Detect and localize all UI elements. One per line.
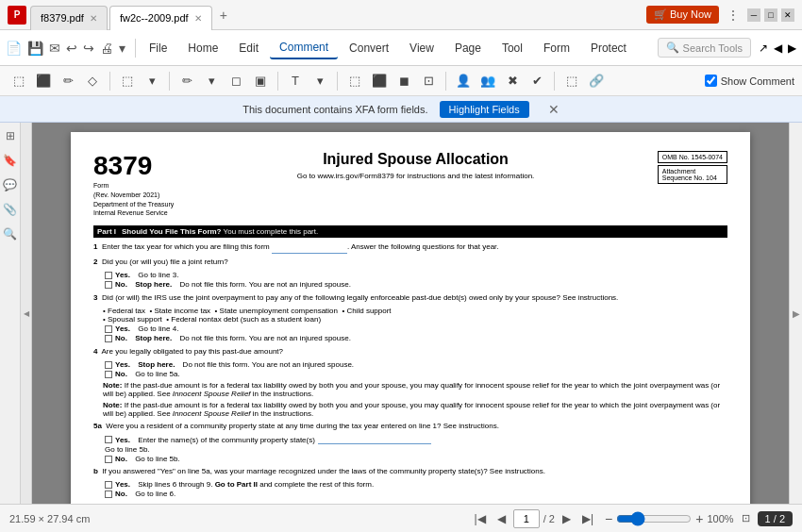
q6b-no-cb[interactable]: [105, 490, 112, 498]
window-controls: ─ □ ✕: [747, 8, 794, 22]
q3-yes-cb[interactable]: [105, 325, 112, 333]
q2-no-label: No.: [115, 280, 127, 289]
toolbar-btn-18[interactable]: 👥: [476, 70, 499, 92]
toolbar-sep-3: [277, 72, 278, 91]
toolbar-btn-22[interactable]: 🔗: [585, 70, 608, 92]
menu-overflow-icon[interactable]: ⋮: [727, 8, 740, 23]
tab-f8379[interactable]: f8379.pdf ✕: [30, 6, 108, 30]
question-5a: 5a Were you a resident of a community pr…: [93, 421, 727, 432]
menu-edit[interactable]: Edit: [229, 38, 268, 58]
zoom-out-button[interactable]: −: [605, 511, 612, 526]
toolbar-btn-9[interactable]: ◻: [225, 70, 247, 92]
search-tools-button[interactable]: 🔍 Search Tools: [658, 38, 751, 58]
menu-comment[interactable]: Comment: [270, 37, 338, 59]
toolbar-btn-12[interactable]: ▾: [309, 70, 331, 92]
nav-back-icon[interactable]: ◀: [774, 42, 782, 55]
xfa-close-button[interactable]: ✕: [548, 102, 560, 117]
q5a-no-cb[interactable]: [105, 456, 112, 463]
menu-protect[interactable]: Protect: [581, 38, 636, 58]
pdf-area[interactable]: 8379 Form (Rev. November 2021) Departmen…: [32, 123, 789, 504]
zoom-slider[interactable]: [616, 511, 692, 526]
lp-pages-icon[interactable]: ⊞: [3, 126, 18, 145]
toolbar-btn-11[interactable]: T: [284, 70, 307, 92]
menu-tool[interactable]: Tool: [493, 38, 532, 58]
menu-form[interactable]: Form: [534, 38, 579, 58]
nav-first-button[interactable]: |◀: [471, 510, 490, 527]
toolbar-btn-19[interactable]: ✖: [501, 70, 524, 92]
toolbar-select-btn[interactable]: ⬚: [8, 70, 30, 92]
lp-comment-icon[interactable]: 💬: [0, 175, 20, 194]
lp-search-icon[interactable]: 🔍: [0, 224, 20, 243]
q3-yes-label: Yes.: [115, 324, 130, 333]
q2-no-cb[interactable]: [105, 281, 112, 289]
right-expand-arrow[interactable]: ▶: [789, 123, 802, 504]
toolbar-btn-16[interactable]: ⊡: [417, 70, 440, 92]
lp-bookmark-icon[interactable]: 🔖: [0, 151, 20, 170]
menu-bar: 📄 💾 ✉ ↩ ↪ 🖨 ▾ File Home Edit Comment Con…: [0, 30, 802, 66]
toolbar-btn-14[interactable]: ⬛: [368, 70, 391, 92]
nav-forward-icon[interactable]: ▶: [788, 42, 796, 55]
toolbar-btn-20[interactable]: ✔: [526, 70, 548, 92]
menu-home[interactable]: Home: [178, 38, 227, 58]
toolbar-btn-10[interactable]: ▣: [249, 70, 272, 92]
q6b-yes-cb[interactable]: [105, 481, 112, 489]
toolbar-btn-21[interactable]: ⬚: [560, 70, 583, 92]
menu-convert[interactable]: Convert: [340, 38, 398, 58]
show-comment-label: Show Comment: [721, 75, 794, 87]
note-1: Note: If the past-due amount is for a fe…: [103, 381, 727, 398]
menu-file[interactable]: File: [140, 38, 176, 58]
toolbar-btn-15[interactable]: ◼: [393, 70, 415, 92]
page-input[interactable]: [513, 509, 540, 528]
q3-num: 3: [93, 293, 97, 302]
tab-f8379-close[interactable]: ✕: [90, 13, 97, 24]
form-header: 8379 Form (Rev. November 2021) Departmen…: [93, 151, 727, 218]
menu-page[interactable]: Page: [445, 38, 491, 58]
search-tools-label: Search Tools: [683, 42, 743, 54]
left-collapse-arrow[interactable]: ◀: [21, 123, 32, 504]
tab-fw2c-close[interactable]: ✕: [194, 13, 202, 24]
menu-undo-icon[interactable]: ↩: [66, 41, 77, 56]
maximize-button[interactable]: □: [764, 8, 777, 22]
toolbar-btn-3[interactable]: ✏: [57, 70, 79, 92]
menu-email-icon[interactable]: ✉: [49, 41, 60, 56]
q4-yes-cb[interactable]: [105, 361, 112, 369]
toolbar-btn-2[interactable]: ⬛: [32, 70, 55, 92]
toolbar-btn-8[interactable]: ▾: [200, 70, 223, 92]
q2-yes-cb[interactable]: [105, 272, 112, 279]
minimize-button[interactable]: ─: [747, 8, 760, 22]
new-tab-button[interactable]: +: [214, 4, 233, 26]
q5a-yes-cb[interactable]: [105, 436, 112, 443]
fit-icon[interactable]: ⊡: [742, 512, 750, 524]
nav-last-button[interactable]: ▶|: [578, 510, 597, 527]
nav-next-button[interactable]: ▶: [559, 510, 575, 527]
menu-view[interactable]: View: [400, 38, 443, 58]
nav-prev-button[interactable]: ◀: [493, 510, 510, 527]
q3-no-cb[interactable]: [105, 335, 112, 342]
toolbar-btn-17[interactable]: 👤: [452, 70, 475, 92]
highlight-fields-button[interactable]: Highlight Fields: [440, 101, 529, 118]
lp-attach-icon[interactable]: 📎: [0, 200, 20, 219]
tab-fw2c[interactable]: fw2c--2009.pdf ✕: [109, 6, 212, 30]
toolbar-btn-4[interactable]: ◇: [81, 70, 104, 92]
page-total: / 2: [543, 513, 555, 524]
menu-dropdown-icon[interactable]: ▾: [119, 41, 125, 56]
toolbar-btn-5[interactable]: ⬚: [116, 70, 139, 92]
pdf-page: 8379 Form (Rev. November 2021) Departmen…: [71, 132, 750, 504]
status-bar: 21.59 × 27.94 cm |◀ ◀ / 2 ▶ ▶| − + 100% …: [0, 504, 802, 532]
toolbar-btn-13[interactable]: ⬚: [343, 70, 366, 92]
buy-now-button[interactable]: 🛒 Buy Now: [646, 6, 719, 24]
menu-save-icon[interactable]: 💾: [27, 41, 43, 56]
q5a-text: Were you a resident of a community prope…: [106, 422, 499, 430]
toolbar-btn-7[interactable]: ✏: [175, 70, 198, 92]
show-comment-checkbox[interactable]: [705, 75, 717, 87]
q4-no-cb[interactable]: [105, 371, 112, 378]
title-bar-right: 🛒 Buy Now ⋮ ─ □ ✕: [646, 6, 794, 24]
close-button[interactable]: ✕: [781, 8, 794, 22]
q2-num: 2: [93, 258, 97, 266]
menu-print-icon[interactable]: 🖨: [100, 41, 113, 56]
zoom-in-button[interactable]: +: [695, 511, 703, 526]
toolbar-btn-6[interactable]: ▾: [141, 70, 163, 92]
menu-redo-icon[interactable]: ↪: [83, 41, 94, 56]
share-icon[interactable]: ↗: [759, 42, 768, 55]
form-info: Form (Rev. November 2021) Department of …: [93, 181, 174, 218]
